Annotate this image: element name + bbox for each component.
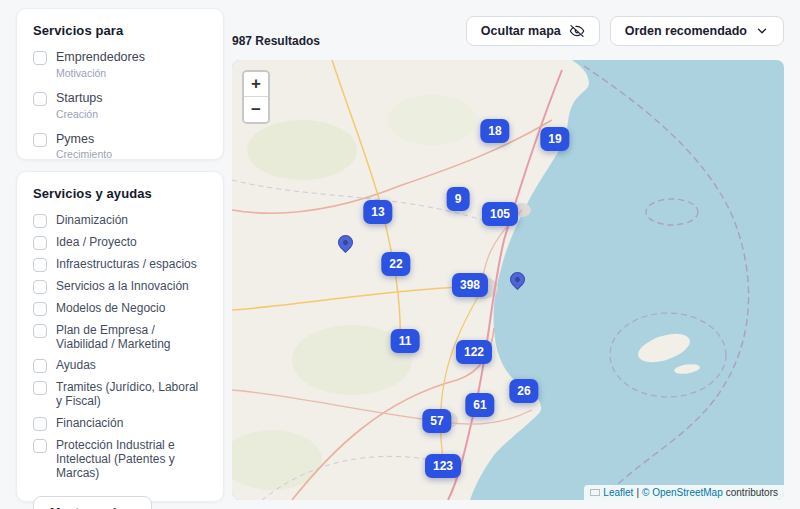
map-cluster[interactable]: 11 (391, 329, 420, 353)
filter-dinamizacion[interactable]: Dinamización (33, 213, 207, 228)
filter-sublabel: Creación (56, 108, 103, 120)
show-more-button[interactable]: Mostrar más + (33, 496, 152, 509)
eye-off-icon (569, 23, 585, 39)
filter-label: Ayudas (56, 358, 96, 372)
filter-label: Protección Industrial e Intelectual (Pat… (56, 438, 207, 480)
map-attribution: Leaflet | © OpenStreetMap contributors (584, 485, 784, 500)
checkbox-pymes[interactable] (33, 133, 47, 147)
filter-label: Pymes (56, 132, 112, 147)
filter-tramites[interactable]: Tramites (Jurídico, Laboral y Fiscal) (33, 380, 207, 408)
checkbox-emprendedores[interactable] (33, 51, 47, 65)
filter-label: Idea / Proyecto (56, 235, 137, 249)
results-header: 987 Resultados Ocultar mapa Orden recome… (232, 16, 784, 48)
map-cluster[interactable]: 398 (452, 273, 488, 297)
map-cluster[interactable]: 105 (482, 202, 518, 226)
hide-map-button[interactable]: Ocultar mapa (466, 16, 600, 46)
filter-financiacion[interactable]: Financiación (33, 416, 207, 431)
attribution-separator: | (636, 487, 639, 498)
checkbox-ayudas[interactable] (33, 359, 47, 373)
attribution-contributors: contributors (726, 487, 778, 498)
filter-proteccion-industrial[interactable]: Protección Industrial e Intelectual (Pat… (33, 438, 207, 480)
map-pin[interactable] (507, 269, 528, 290)
filter-emprendedores[interactable]: Emprendedores Motivación (33, 50, 207, 79)
filter-sublabel: Motivación (56, 67, 145, 79)
map-cluster[interactable]: 123 (425, 454, 461, 478)
filter-label: Financiación (56, 416, 123, 430)
leaflet-link[interactable]: Leaflet (603, 487, 633, 498)
map-cluster[interactable]: 18 (480, 119, 509, 143)
results-count: 987 Resultados (232, 34, 320, 48)
sort-label: Orden recomendado (625, 24, 747, 38)
zoom-out-button[interactable]: − (244, 97, 268, 122)
filter-label: Emprendedores (56, 50, 145, 65)
map-canvas[interactable]: 18199105132239811122266157123 + − Leafle… (232, 60, 784, 500)
checkbox-servicios-innovacion[interactable] (33, 280, 47, 294)
filter-servicios-innovacion[interactable]: Servicios a la Innovación (33, 279, 207, 294)
panel-title: Servicios y ayudas (33, 186, 207, 201)
map-cluster[interactable]: 57 (422, 409, 451, 433)
osm-link[interactable]: © OpenStreetMap (642, 487, 723, 498)
map-pin[interactable] (335, 232, 356, 253)
filter-label: Dinamización (56, 213, 128, 227)
filter-startups[interactable]: Startups Creación (33, 91, 207, 120)
map-marker-layer: 18199105132239811122266157123 (232, 60, 784, 500)
checkbox-modelos-negocio[interactable] (33, 302, 47, 316)
checkbox-startups[interactable] (33, 92, 47, 106)
filter-sublabel: Crecimiento (56, 148, 112, 160)
filter-modelos-negocio[interactable]: Modelos de Negocio (33, 301, 207, 316)
map-cluster[interactable]: 22 (381, 252, 410, 276)
checkbox-idea-proyecto[interactable] (33, 236, 47, 250)
panel-title: Servicios para (33, 23, 207, 38)
filter-infraestructuras[interactable]: Infraestructuras / espacios (33, 257, 207, 272)
filter-panel-services-for: Servicios para Emprendedores Motivación … (16, 8, 224, 160)
chevron-down-icon (755, 24, 769, 38)
map-zoom-control: + − (242, 70, 270, 124)
filter-idea-proyecto[interactable]: Idea / Proyecto (33, 235, 207, 250)
checkbox-financiacion[interactable] (33, 417, 47, 431)
checkbox-dinamizacion[interactable] (33, 214, 47, 228)
filter-pymes[interactable]: Pymes Crecimiento (33, 132, 207, 161)
filter-label: Plan de Empresa / Viabilidad / Marketing (56, 323, 207, 351)
filter-label: Tramites (Jurídico, Laboral y Fiscal) (56, 380, 207, 408)
ukraine-flag-icon (590, 489, 600, 496)
map-cluster[interactable]: 19 (540, 127, 569, 151)
map-cluster[interactable]: 13 (363, 200, 392, 224)
checkbox-infraestructuras[interactable] (33, 258, 47, 272)
filter-label: Modelos de Negocio (56, 301, 165, 315)
zoom-in-button[interactable]: + (244, 72, 268, 97)
filter-label: Infraestructuras / espacios (56, 257, 197, 271)
map-cluster[interactable]: 9 (447, 187, 470, 211)
checkbox-tramites[interactable] (33, 381, 47, 395)
checkbox-proteccion-industrial[interactable] (33, 439, 47, 453)
filter-ayudas[interactable]: Ayudas (33, 358, 207, 373)
filter-plan-empresa[interactable]: Plan de Empresa / Viabilidad / Marketing (33, 323, 207, 351)
map-cluster[interactable]: 61 (465, 393, 494, 417)
filter-label: Startups (56, 91, 103, 106)
map-cluster[interactable]: 122 (456, 340, 492, 364)
map-cluster[interactable]: 26 (509, 379, 538, 403)
filter-label: Servicios a la Innovación (56, 279, 189, 293)
sort-dropdown[interactable]: Orden recomendado (610, 16, 784, 46)
checkbox-plan-empresa[interactable] (33, 324, 47, 338)
filter-panel-services-aids: Servicios y ayudas Dinamización Idea / P… (16, 171, 224, 502)
hide-map-label: Ocultar mapa (481, 24, 561, 38)
